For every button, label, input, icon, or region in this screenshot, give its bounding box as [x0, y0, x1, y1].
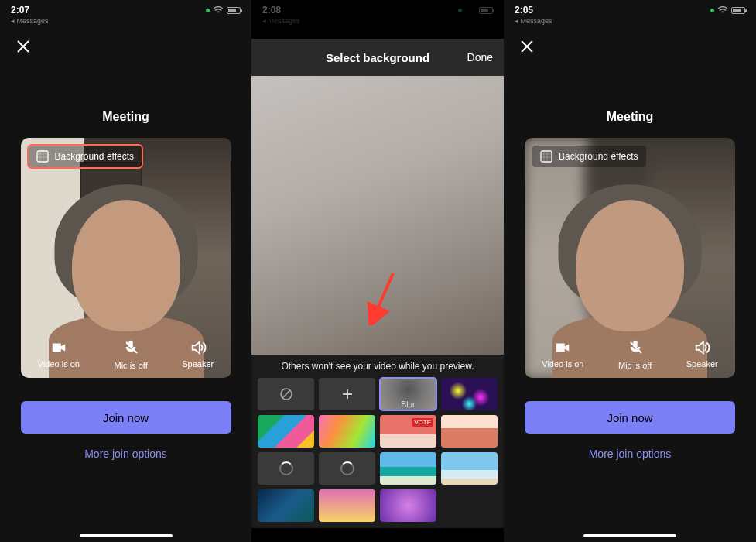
- join-now-button[interactable]: Join now: [21, 401, 231, 434]
- bg-option-sunset[interactable]: [319, 489, 375, 522]
- background-effects-button[interactable]: Background effects: [532, 146, 646, 167]
- bg-option-lights[interactable]: [441, 378, 498, 410]
- phone-right: 2:05 ◂ Messages Meeting Background effec…: [504, 0, 756, 542]
- video-icon: [554, 339, 571, 356]
- clock: 2:05: [515, 5, 533, 15]
- bg-option-beach2[interactable]: [441, 452, 498, 485]
- bg-option-beach1[interactable]: [380, 452, 436, 485]
- phone-middle: 2:08 ◂ Messages Select background Done O…: [251, 0, 504, 542]
- battery-icon: [731, 7, 745, 14]
- video-icon: [50, 339, 67, 356]
- home-indicator[interactable]: [583, 534, 676, 537]
- bg-option-loading2[interactable]: [319, 452, 375, 485]
- close-icon: [15, 39, 31, 54]
- back-crumb[interactable]: ◂ Messages: [504, 17, 756, 25]
- bg-option-curves[interactable]: [441, 415, 498, 448]
- speaker-toggle[interactable]: Speaker: [182, 339, 214, 370]
- mic-toggle[interactable]: Mic is off: [618, 339, 652, 370]
- video-label: Video is on: [542, 359, 583, 369]
- wifi-icon: [465, 6, 476, 14]
- speaker-icon: [693, 339, 710, 356]
- status-icons: [458, 6, 493, 14]
- video-toggle[interactable]: Video is on: [38, 339, 80, 370]
- svg-rect-0: [37, 151, 48, 162]
- mic-off-icon: [627, 339, 644, 358]
- mic-label: Mic is off: [618, 361, 652, 370]
- back-crumb[interactable]: ◂ Messages: [0, 17, 251, 25]
- background-effects-icon: [540, 150, 552, 163]
- video-preview: Background effects Video is on Mic is of…: [525, 138, 735, 378]
- plus-icon: [340, 386, 355, 402]
- preview-controls: Video is on Mic is off Speaker: [21, 339, 231, 370]
- speaker-label: Speaker: [686, 359, 718, 369]
- sheet-header: Select background Done: [251, 39, 504, 76]
- background-effects-icon: [36, 150, 49, 163]
- clock: 2:08: [262, 5, 281, 15]
- none-icon: [279, 386, 294, 402]
- done-button[interactable]: Done: [467, 51, 493, 63]
- preview-controls: Video is on Mic is off Speaker: [525, 339, 735, 370]
- bg-option-nebula[interactable]: [380, 489, 436, 522]
- bg-option-blur[interactable]: Blur: [380, 378, 436, 410]
- speaker-label: Speaker: [182, 359, 214, 369]
- bg-option-label: Blur: [380, 400, 436, 409]
- background-effects-label: Background effects: [55, 151, 135, 162]
- video-toggle[interactable]: Video is on: [542, 339, 583, 370]
- spinner-icon: [340, 461, 354, 475]
- bg-option-abstract2[interactable]: [319, 415, 375, 448]
- speaker-icon: [190, 339, 207, 356]
- spinner-icon: [279, 461, 293, 475]
- join-now-button[interactable]: Join now: [525, 401, 735, 434]
- camera-indicator-dot: [458, 9, 462, 12]
- close-icon: [519, 39, 535, 54]
- wifi-icon: [717, 6, 728, 14]
- bg-option-add[interactable]: [319, 378, 375, 410]
- sheet-title: Select background: [326, 51, 429, 64]
- phone-left: 2:07 ◂ Messages Meeting Background effec…: [0, 0, 251, 542]
- more-join-options-link[interactable]: More join options: [0, 448, 251, 460]
- page-title: Meeting: [0, 110, 251, 124]
- background-effects-label: Background effects: [559, 151, 638, 162]
- mic-label: Mic is off: [115, 361, 148, 370]
- back-crumb: ◂ Messages: [251, 17, 504, 25]
- status-icons: [710, 6, 745, 14]
- background-preview: [251, 76, 504, 355]
- background-grid: Blur: [251, 378, 504, 528]
- join-label: Join now: [607, 411, 652, 424]
- bg-option-abstract1[interactable]: [258, 415, 314, 448]
- battery-icon: [227, 7, 241, 14]
- mic-off-icon: [122, 339, 139, 358]
- mic-toggle[interactable]: Mic is off: [115, 339, 148, 370]
- bg-option-none[interactable]: [258, 378, 314, 410]
- page-title: Meeting: [504, 110, 756, 124]
- more-join-options-link[interactable]: More join options: [504, 448, 756, 460]
- clock: 2:07: [11, 5, 29, 15]
- background-effects-button[interactable]: Background effects: [29, 146, 142, 167]
- preview-hint: Others won't see your video while you pr…: [251, 355, 504, 378]
- bg-option-vote[interactable]: [380, 415, 436, 448]
- close-button[interactable]: [12, 36, 34, 57]
- join-label: Join now: [103, 411, 149, 424]
- camera-indicator-dot: [710, 9, 714, 12]
- bg-option-loading1[interactable]: [258, 452, 314, 485]
- battery-icon: [479, 7, 493, 14]
- speaker-toggle[interactable]: Speaker: [686, 339, 718, 370]
- bg-option-aurora[interactable]: [258, 489, 314, 522]
- status-icons: [206, 6, 241, 14]
- camera-indicator-dot: [206, 9, 210, 12]
- video-preview: Background effects Video is on Mic is of…: [21, 138, 231, 378]
- svg-rect-2: [541, 151, 552, 162]
- video-label: Video is on: [38, 359, 80, 369]
- home-indicator[interactable]: [80, 534, 173, 537]
- close-button[interactable]: [516, 36, 538, 57]
- wifi-icon: [213, 6, 224, 14]
